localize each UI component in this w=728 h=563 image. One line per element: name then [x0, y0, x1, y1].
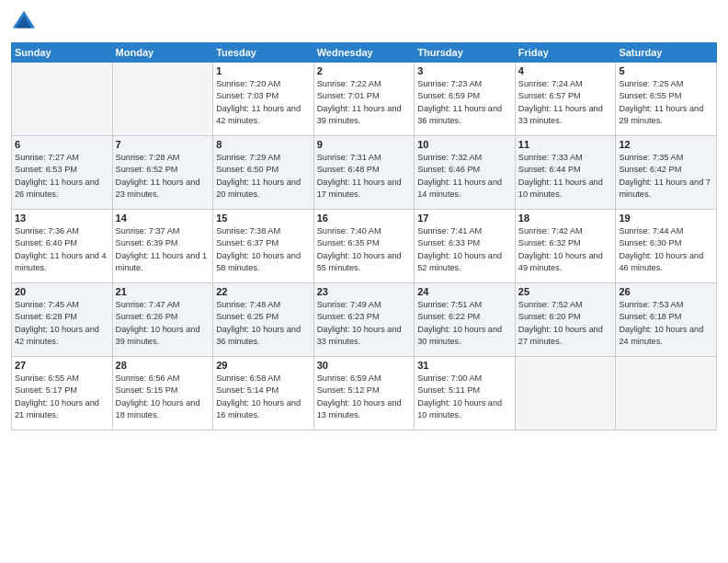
day-number: 11 — [518, 139, 613, 150]
day-number: 20 — [15, 286, 109, 297]
calendar-day-cell: 9Sunrise: 7:31 AM Sunset: 6:48 PM Daylig… — [313, 136, 415, 210]
calendar-day-cell: 4Sunrise: 7:24 AM Sunset: 6:57 PM Daylig… — [515, 63, 616, 136]
day-info: Sunrise: 6:55 AM Sunset: 5:17 PM Dayligh… — [15, 373, 109, 421]
calendar-day-cell: 13Sunrise: 7:36 AM Sunset: 6:40 PM Dayli… — [12, 210, 113, 283]
day-number: 27 — [15, 360, 109, 371]
day-number: 8 — [216, 139, 311, 150]
calendar-day-cell: 23Sunrise: 7:49 AM Sunset: 6:23 PM Dayli… — [313, 283, 415, 357]
calendar-day-cell: 28Sunrise: 6:56 AM Sunset: 5:15 PM Dayli… — [112, 357, 213, 431]
day-number: 25 — [518, 286, 613, 297]
day-info: Sunrise: 7:38 AM Sunset: 6:37 PM Dayligh… — [216, 225, 311, 274]
calendar-day-cell: 11Sunrise: 7:33 AM Sunset: 6:44 PM Dayli… — [515, 136, 616, 210]
day-number: 28 — [116, 360, 210, 371]
day-number: 6 — [15, 139, 109, 150]
calendar-day-cell: 15Sunrise: 7:38 AM Sunset: 6:37 PM Dayli… — [213, 210, 314, 283]
day-info: Sunrise: 7:31 AM Sunset: 6:48 PM Dayligh… — [317, 152, 412, 201]
day-number: 12 — [619, 139, 713, 150]
calendar-day-cell: 17Sunrise: 7:41 AM Sunset: 6:33 PM Dayli… — [415, 210, 516, 283]
calendar-day-cell — [12, 63, 113, 136]
day-info: Sunrise: 7:27 AM Sunset: 6:53 PM Dayligh… — [15, 152, 109, 201]
day-info: Sunrise: 7:52 AM Sunset: 6:20 PM Dayligh… — [518, 299, 613, 348]
weekday-header-row: SundayMondayTuesdayWednesdayThursdayFrid… — [12, 43, 717, 63]
day-info: Sunrise: 7:00 AM Sunset: 5:11 PM Dayligh… — [417, 373, 512, 421]
day-number: 29 — [216, 360, 311, 371]
day-info: Sunrise: 7:29 AM Sunset: 6:50 PM Dayligh… — [216, 152, 311, 201]
day-number: 17 — [417, 213, 512, 224]
day-number: 21 — [116, 286, 210, 297]
weekday-header-cell: Sunday — [12, 43, 113, 63]
weekday-header-cell: Saturday — [616, 43, 717, 63]
day-number: 15 — [216, 213, 311, 224]
calendar-day-cell — [616, 357, 717, 431]
day-info: Sunrise: 7:44 AM Sunset: 6:30 PM Dayligh… — [619, 225, 713, 274]
day-info: Sunrise: 6:58 AM Sunset: 5:14 PM Dayligh… — [216, 373, 311, 421]
day-number: 19 — [619, 213, 713, 224]
calendar-day-cell: 22Sunrise: 7:48 AM Sunset: 6:25 PM Dayli… — [213, 283, 314, 357]
day-info: Sunrise: 7:53 AM Sunset: 6:18 PM Dayligh… — [619, 299, 713, 348]
day-info: Sunrise: 7:51 AM Sunset: 6:22 PM Dayligh… — [417, 299, 512, 348]
day-info: Sunrise: 7:48 AM Sunset: 6:25 PM Dayligh… — [216, 299, 311, 348]
calendar-day-cell: 21Sunrise: 7:47 AM Sunset: 6:26 PM Dayli… — [112, 283, 213, 357]
calendar-day-cell: 8Sunrise: 7:29 AM Sunset: 6:50 PM Daylig… — [213, 136, 314, 210]
calendar-day-cell: 20Sunrise: 7:45 AM Sunset: 6:28 PM Dayli… — [12, 283, 113, 357]
calendar-week-row: 6Sunrise: 7:27 AM Sunset: 6:53 PM Daylig… — [12, 136, 717, 210]
day-number: 22 — [216, 286, 311, 297]
calendar-day-cell: 19Sunrise: 7:44 AM Sunset: 6:30 PM Dayli… — [616, 210, 717, 283]
calendar-day-cell: 29Sunrise: 6:58 AM Sunset: 5:14 PM Dayli… — [213, 357, 314, 431]
day-number: 13 — [15, 213, 109, 224]
calendar-week-row: 20Sunrise: 7:45 AM Sunset: 6:28 PM Dayli… — [12, 283, 717, 357]
day-info: Sunrise: 7:41 AM Sunset: 6:33 PM Dayligh… — [417, 225, 512, 274]
calendar-week-row: 1Sunrise: 7:20 AM Sunset: 7:03 PM Daylig… — [12, 63, 717, 136]
calendar-day-cell: 1Sunrise: 7:20 AM Sunset: 7:03 PM Daylig… — [213, 63, 314, 136]
calendar-week-row: 13Sunrise: 7:36 AM Sunset: 6:40 PM Dayli… — [12, 210, 717, 283]
day-number: 10 — [417, 139, 512, 150]
day-info: Sunrise: 7:28 AM Sunset: 6:52 PM Dayligh… — [116, 152, 210, 201]
day-number: 1 — [216, 65, 311, 76]
page-container: SundayMondayTuesdayWednesdayThursdayFrid… — [0, 0, 728, 438]
day-info: Sunrise: 7:47 AM Sunset: 6:26 PM Dayligh… — [116, 299, 210, 348]
day-info: Sunrise: 7:33 AM Sunset: 6:44 PM Dayligh… — [518, 152, 613, 201]
weekday-header-cell: Thursday — [415, 43, 516, 63]
weekday-header-cell: Tuesday — [213, 43, 314, 63]
day-info: Sunrise: 7:42 AM Sunset: 6:32 PM Dayligh… — [518, 225, 613, 274]
logo-icon — [11, 9, 37, 35]
day-number: 14 — [116, 213, 210, 224]
day-info: Sunrise: 7:40 AM Sunset: 6:35 PM Dayligh… — [317, 225, 412, 274]
day-number: 31 — [417, 360, 512, 371]
day-info: Sunrise: 7:20 AM Sunset: 7:03 PM Dayligh… — [216, 78, 311, 127]
day-number: 23 — [317, 286, 412, 297]
page-header — [11, 9, 717, 35]
calendar-day-cell: 6Sunrise: 7:27 AM Sunset: 6:53 PM Daylig… — [12, 136, 113, 210]
calendar-day-cell: 7Sunrise: 7:28 AM Sunset: 6:52 PM Daylig… — [112, 136, 213, 210]
weekday-header-cell: Monday — [112, 43, 213, 63]
day-number: 4 — [518, 65, 613, 76]
calendar-day-cell: 5Sunrise: 7:25 AM Sunset: 6:55 PM Daylig… — [616, 63, 717, 136]
calendar-day-cell — [112, 63, 213, 136]
day-number: 16 — [317, 213, 412, 224]
day-info: Sunrise: 7:23 AM Sunset: 6:59 PM Dayligh… — [417, 78, 512, 127]
day-info: Sunrise: 7:45 AM Sunset: 6:28 PM Dayligh… — [15, 299, 109, 348]
day-number: 9 — [317, 139, 412, 150]
day-number: 30 — [317, 360, 412, 371]
calendar-day-cell: 24Sunrise: 7:51 AM Sunset: 6:22 PM Dayli… — [415, 283, 516, 357]
calendar-body: 1Sunrise: 7:20 AM Sunset: 7:03 PM Daylig… — [12, 63, 717, 431]
day-number: 7 — [116, 139, 210, 150]
day-number: 2 — [317, 65, 412, 76]
calendar-week-row: 27Sunrise: 6:55 AM Sunset: 5:17 PM Dayli… — [12, 357, 717, 431]
logo — [11, 9, 40, 35]
calendar-day-cell: 14Sunrise: 7:37 AM Sunset: 6:39 PM Dayli… — [112, 210, 213, 283]
day-info: Sunrise: 7:35 AM Sunset: 6:42 PM Dayligh… — [619, 152, 713, 201]
calendar-day-cell: 31Sunrise: 7:00 AM Sunset: 5:11 PM Dayli… — [415, 357, 516, 431]
day-info: Sunrise: 7:49 AM Sunset: 6:23 PM Dayligh… — [317, 299, 412, 348]
calendar-day-cell: 18Sunrise: 7:42 AM Sunset: 6:32 PM Dayli… — [515, 210, 616, 283]
calendar-day-cell: 30Sunrise: 6:59 AM Sunset: 5:12 PM Dayli… — [313, 357, 415, 431]
day-info: Sunrise: 7:25 AM Sunset: 6:55 PM Dayligh… — [619, 78, 713, 127]
calendar-day-cell — [515, 357, 616, 431]
weekday-header-cell: Wednesday — [313, 43, 415, 63]
day-number: 24 — [417, 286, 512, 297]
day-number: 26 — [619, 286, 713, 297]
day-info: Sunrise: 7:32 AM Sunset: 6:46 PM Dayligh… — [417, 152, 512, 201]
day-number: 3 — [417, 65, 512, 76]
calendar-table: SundayMondayTuesdayWednesdayThursdayFrid… — [11, 42, 717, 431]
calendar-day-cell: 10Sunrise: 7:32 AM Sunset: 6:46 PM Dayli… — [415, 136, 516, 210]
